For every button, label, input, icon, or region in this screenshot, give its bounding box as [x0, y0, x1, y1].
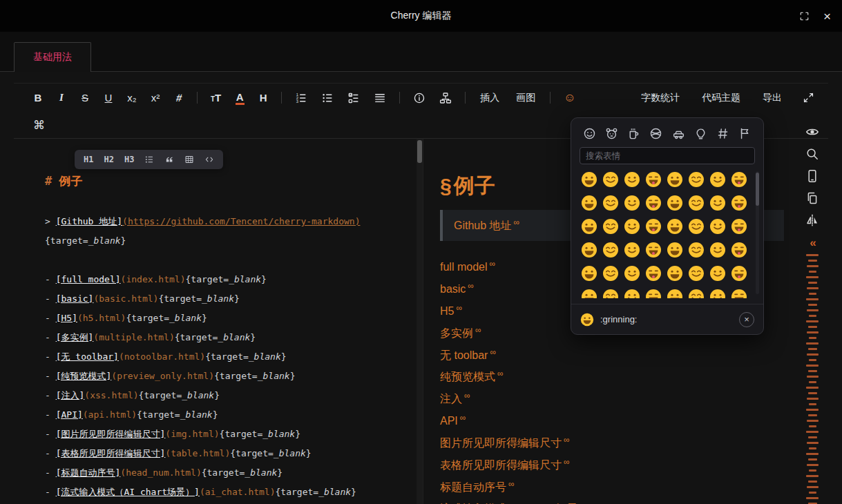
sidebar-mobile-preview-button[interactable]: [805, 169, 819, 183]
emoji-face_with_medical_mask[interactable]: [685, 287, 707, 298]
emoji-grinning[interactable]: [578, 170, 600, 188]
preview-link[interactable]: basic: [440, 283, 466, 295]
emoji-yum[interactable]: [685, 217, 707, 235]
emoji-joy[interactable]: [707, 170, 728, 188]
emoji-stuck_out_tongue_winking_eye[interactable]: [728, 217, 749, 235]
toolbar-subscript-button[interactable]: x₂: [122, 88, 142, 108]
emoji-face_with_rolling_eyes[interactable]: [707, 264, 728, 282]
toolbar-detail-button[interactable]: [434, 88, 457, 108]
sidebar-search-button[interactable]: [805, 147, 819, 161]
emoji-category-symbols-icon[interactable]: [716, 126, 730, 140]
toolbar-checklist-button[interactable]: [342, 88, 365, 108]
toc-dash-item[interactable]: [807, 486, 819, 488]
emoji-face_with_thermometer[interactable]: [707, 287, 728, 298]
emoji-smirk[interactable]: [664, 264, 685, 282]
toc-dash-item[interactable]: [807, 353, 819, 356]
emoji-stuck_out_tongue[interactable]: [707, 217, 728, 235]
emoji-grimacing[interactable]: [728, 264, 749, 282]
toc-dash-item[interactable]: [806, 475, 819, 477]
emoji-kissing[interactable]: [621, 217, 642, 235]
toc-dash-item[interactable]: [809, 315, 816, 317]
toc-dash-item[interactable]: [808, 481, 817, 483]
toc-dash-item[interactable]: [807, 309, 819, 311]
toc-dash-item[interactable]: [807, 420, 819, 422]
toc-dash-item[interactable]: [806, 298, 819, 300]
toc-collapse-button[interactable]: «: [810, 237, 814, 249]
toc-dash-item[interactable]: [806, 320, 819, 322]
toc-dash-item[interactable]: [806, 276, 819, 278]
emoji-wink[interactable]: [685, 193, 707, 212]
emoji-relaxed[interactable]: [578, 193, 600, 212]
toc-dash-item[interactable]: [806, 342, 819, 345]
emoji-grin[interactable]: [642, 170, 664, 188]
preview-link[interactable]: 注入: [440, 394, 462, 405]
bubble-h1-button[interactable]: H1: [79, 152, 98, 167]
emoji-unamused[interactable]: [685, 264, 707, 282]
toolbar-emoji-button[interactable]: ☺: [558, 88, 581, 108]
emoji-sleeping[interactable]: [664, 287, 685, 298]
emoji-smiling_face_with_three_hearts[interactable]: [578, 217, 600, 235]
preview-link[interactable]: 纯预览模式: [440, 371, 495, 383]
emoji-zipper_mouth_face[interactable]: [728, 240, 749, 259]
fullscreen-icon[interactable]: [799, 11, 810, 21]
toc-dash-item[interactable]: [807, 265, 819, 267]
toolbar-italic-button[interactable]: I: [51, 88, 72, 108]
sidebar-theme-flip-button[interactable]: [805, 213, 819, 227]
toc-dash-item[interactable]: [808, 414, 817, 416]
toc-dash-item[interactable]: [806, 497, 819, 499]
emoji-expressionless[interactable]: [621, 264, 642, 282]
preview-link[interactable]: 多实例: [440, 327, 473, 339]
emoji-thinking[interactable]: [707, 240, 728, 259]
preview-link[interactable]: H5: [440, 305, 454, 317]
emoji-scrollbar[interactable]: [756, 171, 759, 294]
emoji-raised_eyebrow[interactable]: [578, 264, 600, 282]
emoji-category-animals-icon[interactable]: [604, 126, 618, 140]
toolbar-shortcut-key-button[interactable]: ⌘: [28, 116, 50, 135]
emoji-stuck_out_tongue_closed_eyes[interactable]: [600, 240, 621, 259]
emoji-lying_face[interactable]: [578, 287, 600, 298]
toc-dash-item[interactable]: [809, 447, 816, 449]
emoji-category-smileys-icon[interactable]: [582, 126, 596, 140]
emoji-face_with_head_bandage[interactable]: [728, 287, 749, 298]
toc-dash-item[interactable]: [808, 348, 817, 350]
toc-dash-item[interactable]: [809, 425, 816, 427]
toolbar-export-button[interactable]: 导出: [756, 88, 789, 108]
toolbar-code-theme-button[interactable]: 代码主题: [695, 88, 747, 108]
emoji-slightly_smiling_face[interactable]: [642, 193, 664, 212]
toc-dash-item[interactable]: [807, 287, 819, 289]
toc-dash-item[interactable]: [809, 381, 816, 383]
toolbar-ordered-list-button[interactable]: 123: [289, 88, 313, 108]
toolbar-ruby-button[interactable]: #: [169, 88, 189, 108]
toc-dash-item[interactable]: [809, 271, 816, 273]
toolbar-graph-button[interactable]: 画图: [509, 88, 542, 108]
toc-dash-item[interactable]: [809, 293, 816, 295]
emoji-sleepy[interactable]: [621, 287, 642, 298]
toc-dash-item[interactable]: [806, 365, 819, 367]
emoji-no_mouth[interactable]: [642, 264, 664, 282]
bubble-h2-button[interactable]: H2: [99, 152, 118, 167]
emoji-shushing_face[interactable]: [685, 240, 707, 259]
preview-link[interactable]: 无 toolbar: [440, 349, 488, 361]
toolbar-strikethrough-button[interactable]: S: [75, 88, 95, 108]
emoji-category-activity-icon[interactable]: [649, 126, 663, 140]
emoji-kissing_heart[interactable]: [600, 217, 621, 235]
toc-dash-item[interactable]: [807, 376, 819, 378]
editor-pane[interactable]: H1H2H3 # 例子> [Github 地址](https://github.…: [14, 139, 423, 504]
emoji-pensive[interactable]: [600, 287, 621, 298]
toc-dash-item[interactable]: [809, 359, 816, 361]
toc-dash-item[interactable]: [807, 331, 819, 333]
bubble-table-button[interactable]: [180, 152, 199, 167]
emoji-smiley[interactable]: [600, 170, 621, 188]
toc-dash-item[interactable]: [806, 453, 819, 455]
emoji-kissing_smiling_eyes[interactable]: [642, 217, 664, 235]
emoji-close-button[interactable]: ×: [739, 312, 754, 327]
sidebar-preview-toggle-button[interactable]: [805, 125, 819, 139]
toolbar-header-button[interactable]: H: [253, 88, 274, 108]
toolbar-word-count-button[interactable]: 字数统计: [634, 88, 687, 108]
emoji-kissing_closed_eyes[interactable]: [664, 217, 685, 235]
emoji-category-flags-icon[interactable]: [738, 126, 752, 140]
toc-dash-item[interactable]: [806, 387, 819, 389]
sidebar-copy-button[interactable]: [805, 191, 819, 205]
toc-dash-item[interactable]: [808, 458, 817, 461]
bubble-code-button[interactable]: [200, 152, 219, 167]
